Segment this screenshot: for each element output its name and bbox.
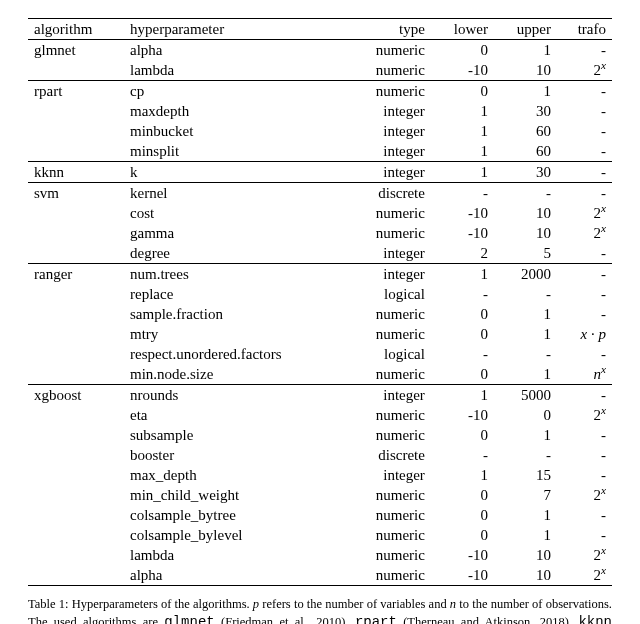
cell: 2000	[494, 264, 557, 285]
table-row: replacelogical---	[28, 284, 612, 304]
table-row: degreeinteger25-	[28, 243, 612, 264]
cell: numeric	[347, 565, 431, 586]
cell	[28, 425, 124, 445]
cell: xgboost	[28, 385, 124, 406]
caption-kknn: kknn	[578, 614, 612, 624]
cell: nrounds	[124, 385, 347, 406]
cell: num.trees	[124, 264, 347, 285]
caption-glmnet: glmnet	[164, 614, 214, 624]
cell: 0	[431, 485, 494, 505]
table-row: lambdanumeric-10102x	[28, 60, 612, 81]
cell: discrete	[347, 445, 431, 465]
table-row: max_depthinteger115-	[28, 465, 612, 485]
cell	[28, 243, 124, 264]
table-row: min_child_weightnumeric072x	[28, 485, 612, 505]
cell: max_depth	[124, 465, 347, 485]
cell: numeric	[347, 505, 431, 525]
cell: 1	[431, 465, 494, 485]
cell: 0	[431, 324, 494, 344]
cell: numeric	[347, 525, 431, 545]
cell	[28, 505, 124, 525]
cell: -10	[431, 203, 494, 223]
table-header-row: algorithm hyperparameter type lower uppe…	[28, 19, 612, 40]
cell: 10	[494, 60, 557, 81]
table-row: colsample_bytreenumeric01-	[28, 505, 612, 525]
table-row: rpartcpnumeric01-	[28, 81, 612, 102]
cell: gamma	[124, 223, 347, 243]
cell: minsplit	[124, 141, 347, 162]
cell: integer	[347, 465, 431, 485]
cell: 0	[431, 40, 494, 61]
cell: cp	[124, 81, 347, 102]
table-row: colsample_bylevelnumeric01-	[28, 525, 612, 545]
cell: -	[494, 445, 557, 465]
cell: integer	[347, 141, 431, 162]
cell: integer	[347, 243, 431, 264]
cell: -	[557, 465, 612, 485]
cell: degree	[124, 243, 347, 264]
cell: integer	[347, 101, 431, 121]
cell: -	[557, 81, 612, 102]
cell	[28, 405, 124, 425]
cell	[28, 485, 124, 505]
cell: 2x	[557, 405, 612, 425]
cell: numeric	[347, 405, 431, 425]
cell: -	[431, 445, 494, 465]
cell: 0	[494, 405, 557, 425]
cell: colsample_bylevel	[124, 525, 347, 545]
cell: -	[557, 505, 612, 525]
cell: 1	[431, 385, 494, 406]
table-caption: Table 1: Hyperparameters of the algorith…	[28, 596, 612, 624]
table-row: subsamplenumeric01-	[28, 425, 612, 445]
cell: 1	[494, 425, 557, 445]
cell	[28, 324, 124, 344]
cell: -	[557, 162, 612, 183]
cell: 1	[494, 40, 557, 61]
cell: booster	[124, 445, 347, 465]
cell: kernel	[124, 183, 347, 204]
cell: kknn	[28, 162, 124, 183]
cell: 60	[494, 141, 557, 162]
cell: colsample_bytree	[124, 505, 347, 525]
cell: -	[557, 284, 612, 304]
cell: -	[431, 344, 494, 364]
cell: 2	[431, 243, 494, 264]
cell: 2x	[557, 223, 612, 243]
table-row: minbucketinteger160-	[28, 121, 612, 141]
cell: 1	[431, 141, 494, 162]
cell: k	[124, 162, 347, 183]
cell: replace	[124, 284, 347, 304]
cell: 30	[494, 101, 557, 121]
cell: -	[557, 183, 612, 204]
cell: -	[557, 121, 612, 141]
cell: -	[557, 425, 612, 445]
cell: glmnet	[28, 40, 124, 61]
caption-prefix: Table 1: Hyperparameters of the algorith…	[28, 597, 253, 611]
cell: -	[557, 445, 612, 465]
cell: ranger	[28, 264, 124, 285]
cell: numeric	[347, 425, 431, 445]
table-row: boosterdiscrete---	[28, 445, 612, 465]
cell: -	[557, 243, 612, 264]
cell: -	[494, 344, 557, 364]
col-lower: lower	[431, 19, 494, 40]
cell: integer	[347, 264, 431, 285]
cell	[28, 203, 124, 223]
cell: -10	[431, 565, 494, 586]
table-row: sample.fractionnumeric01-	[28, 304, 612, 324]
cell: 60	[494, 121, 557, 141]
cell: minbucket	[124, 121, 347, 141]
table-row: maxdepthinteger130-	[28, 101, 612, 121]
cell: 0	[431, 505, 494, 525]
cell: mtry	[124, 324, 347, 344]
cell: -	[557, 385, 612, 406]
cell: numeric	[347, 304, 431, 324]
cell: cost	[124, 203, 347, 223]
cell: 10	[494, 545, 557, 565]
cell	[28, 565, 124, 586]
caption-glmnet-cite: (Friedman et al., 2010),	[215, 615, 355, 624]
hyperparameter-table: algorithm hyperparameter type lower uppe…	[28, 18, 612, 586]
cell: 10	[494, 223, 557, 243]
cell: -	[431, 183, 494, 204]
col-trafo: trafo	[557, 19, 612, 40]
